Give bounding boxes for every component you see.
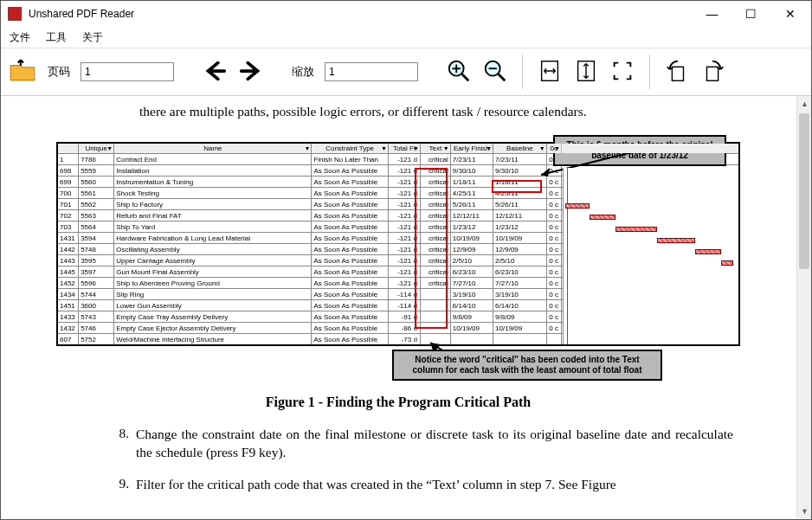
table-cell: 0 c (546, 221, 561, 233)
table-cell: critical (420, 199, 450, 210)
table-cell: 0 c (546, 199, 561, 210)
scroll-down-button[interactable]: ▼ (797, 504, 811, 518)
table-cell: Lower Gun Assembly (114, 300, 312, 311)
column-header[interactable]: Constraint Type▼ (312, 143, 388, 154)
close-button[interactable]: ✕ (770, 2, 809, 26)
table-cell (450, 334, 493, 345)
menu-file[interactable]: 文件 (10, 30, 30, 45)
fit-page-button[interactable] (609, 58, 635, 87)
list-item: 8. Change the constraint date on the fin… (112, 426, 733, 462)
separator (649, 55, 650, 89)
column-header[interactable]: Text▼ (420, 143, 450, 154)
table-cell: critical (420, 244, 450, 255)
zoom-input[interactable] (325, 62, 418, 81)
table-cell: 9/30/10 (493, 165, 547, 177)
table-cell: 700 (57, 188, 79, 199)
table-cell: 10/19/09 (450, 233, 493, 244)
scroll-up-button[interactable]: ▲ (797, 96, 811, 111)
prev-page-button[interactable] (202, 58, 228, 87)
table-cell: 10/19/09 (493, 323, 547, 334)
table-cell: critical (420, 221, 450, 233)
column-header[interactable] (57, 143, 79, 154)
step-list: 8. Change the constraint date on the fin… (112, 426, 733, 494)
column-header[interactable]: 0c▼ (546, 143, 561, 154)
table-cell (420, 323, 450, 334)
step-text: Filter for the critical path code that w… (136, 476, 733, 494)
scrollbar-thumb[interactable] (799, 113, 809, 269)
table-cell: 12/9/09 (493, 244, 547, 255)
table-cell: critical (420, 255, 450, 266)
page-scroll[interactable]: there are multiple paths, possible logic… (1, 96, 796, 518)
vertical-scrollbar[interactable]: ▲ ▼ (796, 96, 811, 518)
table-cell: 3/19/10 (450, 289, 493, 300)
table-cell: As Soon As Possible (312, 334, 388, 345)
table-cell: Empty Case Ejector Assembly Delivery (114, 323, 312, 334)
table-cell: 12/12/11 (450, 210, 493, 221)
table-cell: -121 d (388, 266, 420, 278)
open-file-button[interactable] (8, 56, 37, 88)
table-cell: 7/23/11 (450, 154, 493, 165)
table-cell: 0 c (546, 188, 561, 199)
table-cell: As Soon As Possible (312, 300, 388, 311)
table-cell: 5/26/11 (450, 199, 493, 210)
gantt-bar (565, 203, 590, 209)
table-cell: 1443 (57, 255, 79, 266)
table-cell: 5562 (79, 199, 114, 210)
svg-rect-5 (707, 67, 719, 80)
fit-width-button[interactable] (537, 58, 563, 87)
maximize-button[interactable]: ☐ (731, 2, 770, 26)
column-header[interactable]: Total Fl▼ (388, 143, 420, 154)
table-cell: 4/25/11 (450, 188, 493, 199)
table-cell: -114 d (388, 300, 420, 311)
table-cell: -73 d (388, 334, 420, 345)
table-cell: 699 (57, 177, 79, 188)
table-cell: 7/27/10 (450, 278, 493, 289)
table-cell: -121 d (388, 154, 420, 165)
table-cell: 1/18/11 (450, 177, 493, 188)
table-cell: 1/23/12 (493, 221, 547, 233)
rotate-left-button[interactable] (664, 58, 690, 87)
table-cell: As Soon As Possible (312, 233, 388, 244)
table-cell: -121 d (388, 210, 420, 221)
next-page-button[interactable] (238, 58, 264, 87)
table-cell: 1451 (57, 300, 79, 311)
table-cell: 9/30/10 (450, 165, 493, 177)
toolbar: 页码 缩放 (1, 48, 811, 96)
table-cell: 1432 (57, 323, 79, 334)
table-cell: 5752 (79, 334, 114, 345)
table-cell: As Soon As Possible (312, 323, 388, 334)
zoom-out-button[interactable] (482, 58, 508, 87)
column-header[interactable]: Baseline▼ (493, 143, 547, 154)
table-cell: As Soon As Possible (312, 188, 388, 199)
column-header[interactable]: Early Finish▼ (450, 143, 493, 154)
table-cell: -114 d (388, 289, 420, 300)
table-cell: 3600 (79, 300, 114, 311)
table-cell: As Soon As Possible (312, 311, 388, 323)
menu-tools[interactable]: 工具 (46, 30, 67, 45)
fit-height-button[interactable] (573, 58, 599, 87)
table-cell: 0 c (546, 278, 561, 289)
table-cell: Installation (114, 165, 312, 177)
table-cell: -121 d (388, 165, 420, 177)
zoom-in-button[interactable] (446, 58, 472, 87)
table-cell: As Soon As Possible (312, 177, 388, 188)
rotate-right-button[interactable] (700, 58, 726, 87)
column-header[interactable]: Name▼ (114, 143, 312, 154)
page-input[interactable] (81, 62, 174, 81)
table-cell (546, 334, 561, 345)
table-cell: 0 c (546, 233, 561, 244)
column-header[interactable]: Unique▼ (79, 143, 114, 154)
app-icon (8, 7, 22, 21)
table-cell: Slip Ring (114, 289, 312, 300)
table-cell: -121 d (388, 255, 420, 266)
table-cell: 0 c (546, 177, 561, 188)
table-cell: 701 (57, 199, 79, 210)
table-cell: Oscillating Assembly (114, 244, 312, 255)
minimize-button[interactable]: — (693, 2, 731, 26)
table-cell: Hardware Fabrication & Long Lead Materia… (114, 233, 312, 244)
menu-about[interactable]: 关于 (82, 30, 103, 45)
table-cell: critical (420, 233, 450, 244)
table-cell: Empty Case Tray Assembly Delivery (114, 311, 312, 323)
table-cell: 2/5/10 (450, 255, 493, 266)
table-cell: 6/14/10 (450, 300, 493, 311)
